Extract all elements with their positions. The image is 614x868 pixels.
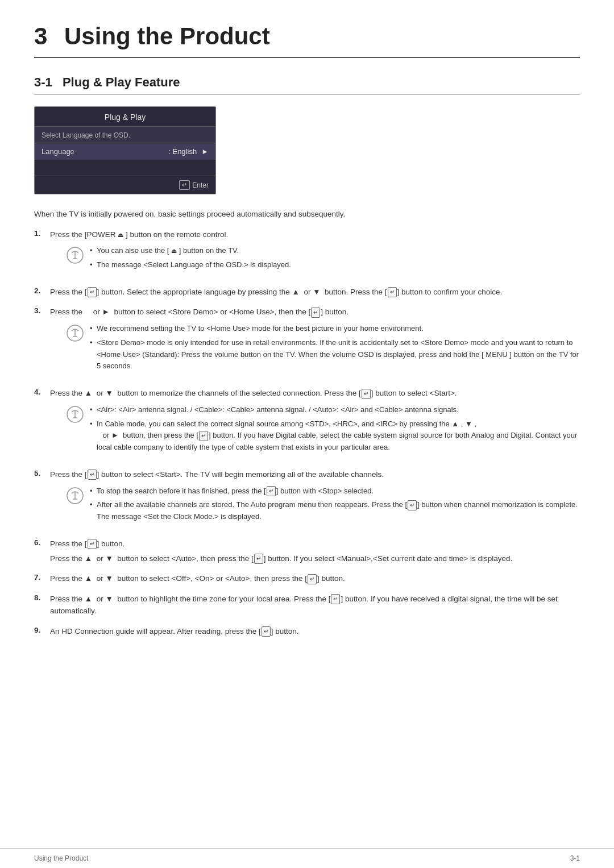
step-1-note-2: The message <Select Language of the OSD.… [90,259,291,271]
note-icon-5 [66,487,84,505]
step-3-text: Press the or ► button to select <Store D… [50,308,349,316]
step-5-number: 5. [34,468,50,477]
step-3-note: We recommend setting the TV to <Home Use… [66,323,580,375]
step-3-content: Press the or ► button to select <Store D… [50,306,580,379]
chapter-title: Using the Product [64,23,270,49]
step-8-number: 8. [34,593,50,602]
step-1-content: Press the [POWER ⏏ ] button on the remot… [50,229,580,278]
step-6: 6. Press the [↵] button. Press the ▲ or … [34,538,580,564]
step-4-text: Press the ▲ or ▼ button to memorize the … [50,389,457,397]
osd-row-value: : English [168,147,197,156]
osd-dialog: Plug & Play Select Language of the OSD. … [34,106,216,194]
step-4-number: 4. [34,387,50,396]
section-title: Plug & Play Feature [63,75,180,89]
step-5-notes: To stop the search before it has finishe… [90,485,580,525]
step-1-notes: You can also use the [ ⏏ ] button on the… [90,245,291,273]
step-5-content: Press the [↵] button to select <Start>. … [50,468,580,530]
osd-footer: ↵ Enter [35,176,215,194]
footer-right: 3-1 [570,854,580,862]
step-4-note-2: In Cable mode, you can select the correc… [90,418,580,454]
step-3-number: 3. [34,306,50,315]
step-7-content: Press the ▲ or ▼ button to select <Off>,… [50,572,580,585]
step-5-note: To stop the search before it has finishe… [66,485,580,525]
osd-title-text: Plug & Play [105,113,146,122]
section-number: 3-1 [34,75,52,89]
step-7-text: Press the ▲ or ▼ button to select <Off>,… [50,574,345,583]
step-4-note: <Air>: <Air> antenna signal. / <Cable>: … [66,404,580,456]
step-5: 5. Press the [↵] button to select <Start… [34,468,580,530]
step-1-text: Press the [POWER ⏏ ] button on the remot… [50,230,228,239]
osd-footer-label: Enter [192,181,209,189]
step-3-note-2: <Store Demo> mode is only intended for u… [90,337,580,372]
step-1-number: 1. [34,229,50,238]
osd-language-row: Language : English ► [35,143,215,160]
osd-arrow-right-icon: ► [201,147,209,156]
step-9-text: An HD Connection guide will appear. Afte… [50,627,299,636]
step-6-content: Press the [↵] button. Press the ▲ or ▼ b… [50,538,580,564]
note-icon-4 [66,405,84,423]
osd-subtitle: Select Language of the OSD. [35,127,215,143]
osd-spacer [35,160,215,176]
step-2-number: 2. [34,286,50,295]
step-7: 7. Press the ▲ or ▼ button to select <Of… [34,572,580,585]
step-9-number: 9. [34,625,50,634]
osd-subtitle-text: Select Language of the OSD. [42,131,130,139]
footer-left: Using the Product [34,854,88,862]
step-5-note-2: After all the available channels are sto… [90,499,580,523]
step-8-text: Press the ▲ or ▼ button to highlight the… [50,595,558,616]
intro-text: When the TV is initially powered on, bas… [34,208,580,221]
step-2-content: Press the [↵] button. Select the appropr… [50,286,580,298]
step-3-notes: We recommend setting the TV to <Home Use… [90,323,580,375]
step-6-text: Press the [↵] button. [50,539,125,548]
step-2-text: Press the [↵] button. Select the appropr… [50,288,502,296]
step-4: 4. Press the ▲ or ▼ button to memorize t… [34,387,580,460]
osd-enter-icon: ↵ [179,180,190,190]
step-8: 8. Press the ▲ or ▼ button to highlight … [34,593,580,617]
step-5-text: Press the [↵] button to select <Start>. … [50,470,384,479]
osd-title-bar: Plug & Play [35,107,215,127]
note-icon-3 [66,324,84,342]
osd-row-label: Language [42,147,168,156]
step-6-subtext: Press the ▲ or ▼ button to select <Auto>… [50,553,512,565]
step-7-number: 7. [34,572,50,582]
section-heading: 3-1 Plug & Play Feature [34,75,580,95]
step-3: 3. Press the or ► button to select <Stor… [34,306,580,379]
step-1-note-1: You can also use the [ ⏏ ] button on the… [90,245,291,257]
chapter-number: 3 [34,23,47,49]
note-icon-1 [66,246,84,264]
chapter-heading: 3 Using the Product [34,23,580,58]
step-5-note-1: To stop the search before it has finishe… [90,485,580,497]
step-4-notes: <Air>: <Air> antenna signal. / <Cable>: … [90,404,580,456]
step-4-note-1: <Air>: <Air> antenna signal. / <Cable>: … [90,404,580,416]
step-3-note-1: We recommend setting the TV to <Home Use… [90,323,580,335]
osd-dialog-container: Plug & Play Select Language of the OSD. … [34,106,580,194]
steps-list: 1. Press the [POWER ⏏ ] button on the re… [34,229,580,638]
step-4-content: Press the ▲ or ▼ button to memorize the … [50,387,580,460]
step-1-note: You can also use the [ ⏏ ] button on the… [66,245,580,273]
step-6-number: 6. [34,538,50,547]
step-2: 2. Press the [↵] button. Select the appr… [34,286,580,298]
step-1: 1. Press the [POWER ⏏ ] button on the re… [34,229,580,278]
step-9: 9. An HD Connection guide will appear. A… [34,625,580,638]
step-8-content: Press the ▲ or ▼ button to highlight the… [50,593,580,617]
page-footer: Using the Product 3-1 [0,848,614,868]
step-9-content: An HD Connection guide will appear. Afte… [50,625,580,638]
